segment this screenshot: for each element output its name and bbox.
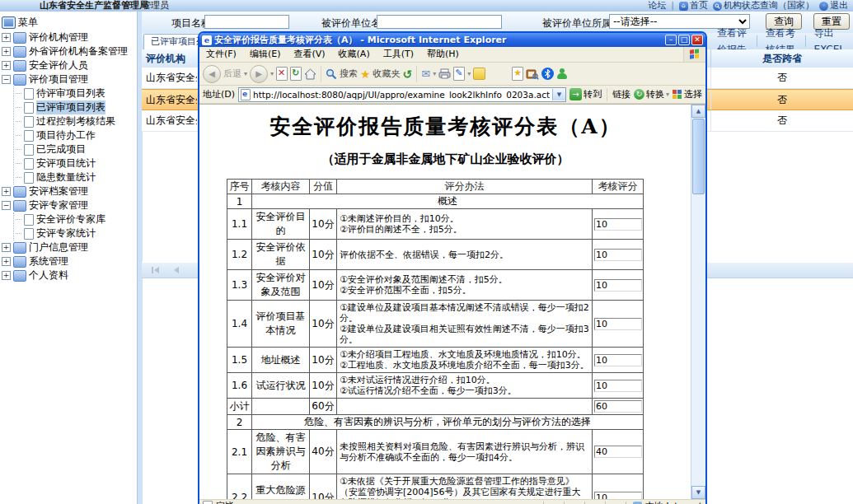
- sidebar-item[interactable]: +外省评价机构备案管理: [0, 44, 137, 58]
- scroll-down-icon[interactable]: ▼: [691, 486, 705, 499]
- forward-button[interactable]: ▶ ▾: [250, 65, 274, 83]
- search-button[interactable]: 搜索: [326, 68, 358, 80]
- sidebar-item-label: 外省评价机构备案管理: [29, 44, 128, 58]
- prev-page-button[interactable]: [170, 264, 183, 276]
- unit-name-input[interactable]: [377, 15, 502, 29]
- menu-item[interactable]: 文件(F): [199, 47, 243, 62]
- add-favorite-button[interactable]: ★: [512, 67, 523, 81]
- research-button[interactable]: [526, 68, 539, 80]
- first-page-button[interactable]: [148, 264, 162, 276]
- cell-cross-province: 否: [710, 90, 853, 110]
- sidebar-item[interactable]: 待评审项目列表: [14, 86, 137, 100]
- tree-expand-icon[interactable]: +: [2, 187, 11, 196]
- sidebar-item[interactable]: +门户信息管理: [0, 240, 137, 254]
- score-cell: 地址概述: [252, 348, 310, 373]
- close-button[interactable]: ✕: [691, 35, 703, 45]
- back-button[interactable]: ◀ 后退 ▾: [203, 65, 247, 83]
- sidebar-item[interactable]: +个人资料: [0, 268, 137, 282]
- project-name-input[interactable]: [204, 15, 289, 29]
- score-input[interactable]: [594, 492, 642, 500]
- home-button[interactable]: [304, 68, 316, 80]
- sidebar-item[interactable]: 过程控制考核结果: [14, 114, 137, 128]
- sidebar-item[interactable]: +安全评价人员: [0, 58, 137, 72]
- favorites-button[interactable]: ★ 收藏夹: [360, 68, 401, 81]
- messenger-button[interactable]: [556, 68, 568, 80]
- score-cell: ①未介绍项目工程地质、水文地质及环境地质情况，扣10分。 ②工程地质、水文地质及…: [337, 348, 593, 373]
- logout-link[interactable]: ◦ 退出: [819, 0, 848, 12]
- sidebar-item[interactable]: 已完成项目: [14, 142, 137, 156]
- status-query-link[interactable]: 机构状态查询（国家）: [713, 0, 814, 12]
- tree-expand-icon[interactable]: +: [2, 33, 11, 42]
- scroll-thumb[interactable]: [692, 119, 705, 194]
- score-input[interactable]: [594, 318, 642, 330]
- links-label[interactable]: 链接: [612, 88, 630, 100]
- mail-button[interactable]: ✉ ▾: [421, 68, 436, 80]
- sidebar-item[interactable]: 项目待办工作: [14, 128, 137, 142]
- tree-expand-icon[interactable]: −: [2, 75, 11, 84]
- menu-item[interactable]: 收藏(A): [332, 47, 377, 62]
- score-input[interactable]: [594, 354, 642, 366]
- convert-button[interactable]: ↻ 转换 ▾: [634, 88, 669, 100]
- bluetooth-button[interactable]: [541, 68, 554, 80]
- maximize-button[interactable]: □: [678, 35, 690, 45]
- score-cell: [593, 270, 644, 301]
- menu-item[interactable]: 帮助(H): [420, 47, 466, 62]
- address-box[interactable]: e http://localhost:8080/aqpj/UI/appro/ex…: [238, 87, 566, 102]
- print-button[interactable]: [438, 68, 451, 79]
- menu-item[interactable]: 查看(V): [287, 47, 331, 62]
- vertical-scrollbar[interactable]: ▲ ▼: [691, 105, 705, 499]
- sidebar-item[interactable]: +评价机构管理: [0, 30, 137, 44]
- refresh-button[interactable]: ↻: [290, 67, 302, 81]
- stop-button[interactable]: ✕: [276, 67, 288, 81]
- status-text: 完毕: [216, 500, 234, 504]
- search-icon: [713, 2, 722, 11]
- sidebar-item-label: 安全评价专家库: [36, 212, 105, 226]
- tree-expand-icon[interactable]: −: [2, 201, 11, 210]
- score-input[interactable]: [594, 446, 642, 458]
- history-button[interactable]: ↺: [403, 68, 413, 81]
- tree-expand-icon[interactable]: +: [2, 257, 11, 266]
- sidebar-item[interactable]: 安评专家统计: [14, 226, 137, 240]
- sidebar-item[interactable]: −安评专家管理: [0, 198, 137, 212]
- browser-toolbar: ◀ 后退 ▾ ▶ ▾ ✕ ↻ 搜索 ★ 收藏夹 ↺ ✉ ▾ ✎ ▾: [199, 63, 705, 86]
- sidebar-item-label: 项目待办工作: [36, 128, 96, 142]
- minimize-button[interactable]: –: [665, 35, 677, 45]
- scroll-up-icon[interactable]: ▲: [691, 105, 705, 118]
- window-titlebar[interactable]: e 安全评价报告质量考核评分表（A） - Microsoft Internet …: [199, 33, 705, 47]
- tree-expand-icon[interactable]: +: [2, 61, 11, 70]
- sidebar-item[interactable]: 安全评价专家库: [14, 212, 137, 226]
- score-input[interactable]: [594, 400, 642, 413]
- sidebar-item-label: 待评审项目列表: [36, 86, 105, 100]
- go-button[interactable]: → 转到: [569, 88, 602, 100]
- folder-icon: [13, 256, 26, 268]
- sidebar-item[interactable]: +安评档案管理: [0, 184, 137, 198]
- forum-link[interactable]: 论坛: [648, 0, 666, 12]
- menu-item[interactable]: 编辑(E): [243, 47, 288, 62]
- tree-expand-icon[interactable]: +: [2, 47, 11, 56]
- tree-expand-icon[interactable]: +: [2, 243, 11, 252]
- score-row: 2危险、有害因素的辨识与分析，评价单元的划分与评价方法的选择: [227, 415, 644, 430]
- sidebar-item[interactable]: −评价项目管理: [0, 72, 137, 86]
- sidebar-item[interactable]: 安评项目统计: [14, 156, 137, 170]
- column-header-cross[interactable]: 是否跨省: [710, 49, 853, 68]
- page-icon: [24, 144, 34, 156]
- sidebar-item[interactable]: 隐患数量统计: [14, 170, 137, 184]
- folder-icon: [13, 200, 26, 212]
- score-input[interactable]: [594, 249, 642, 261]
- sidebar-root[interactable]: 菜单: [0, 12, 137, 30]
- column-header-org[interactable]: 评价机构: [142, 49, 197, 68]
- score-input[interactable]: [594, 380, 642, 392]
- score-input[interactable]: [594, 279, 642, 292]
- menu-item[interactable]: 工具(T): [377, 47, 420, 62]
- score-input[interactable]: [594, 218, 642, 231]
- edit-button[interactable]: ✎ ▾: [453, 67, 471, 81]
- sidebar-item[interactable]: +系统管理: [0, 254, 137, 268]
- sidebar-item[interactable]: 已评审项目列表: [14, 100, 137, 114]
- tree-expand-icon[interactable]: +: [2, 271, 11, 280]
- note-button[interactable]: [473, 68, 485, 80]
- select-button[interactable]: 选择: [673, 88, 702, 100]
- address-dropdown-icon[interactable]: ▼: [552, 89, 565, 100]
- home-link[interactable]: ⌂ 首页: [679, 0, 708, 12]
- folder-icon: [13, 60, 26, 72]
- address-label: 地址(D): [203, 88, 235, 100]
